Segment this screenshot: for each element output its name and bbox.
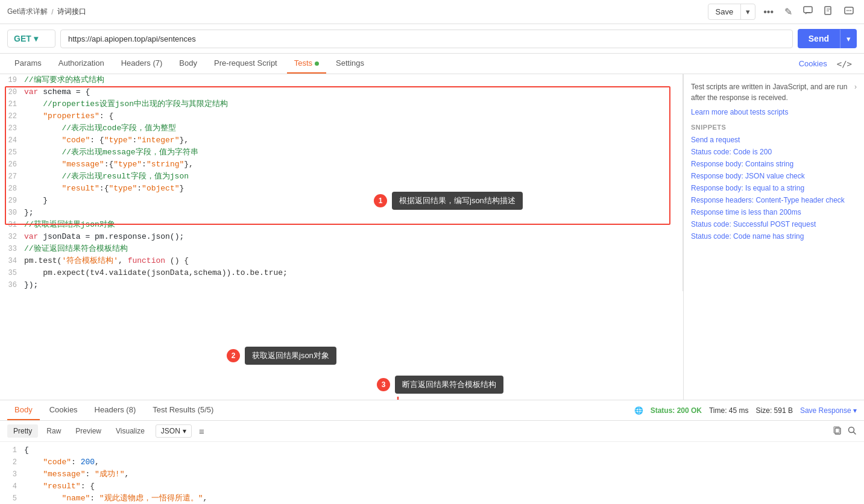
line-num-24: 24 [0, 134, 22, 146]
snippet-response-contains[interactable]: Response body: Contains string [691, 160, 857, 168]
globe-icon: 🌐 [634, 406, 643, 415]
line-num-28: 28 [0, 183, 22, 195]
annotation-2: 2 获取返回结果json对象 [227, 347, 336, 365]
fmt-pretty[interactable]: Pretty [7, 424, 38, 438]
learn-more-link[interactable]: Learn more about tests scripts [691, 108, 850, 116]
method-arrow: ▾ [34, 34, 38, 43]
json-content-2: "code": 200, [22, 456, 864, 468]
line-num-32: 32 [0, 231, 22, 243]
url-input[interactable] [60, 30, 793, 48]
send-button-group[interactable]: Send ▾ [798, 29, 857, 48]
code-line-24: 24 "code": {"type":"integer"}, [0, 134, 683, 146]
code-line-21: 21 //properties设置json中出现的字段与其限定结构 [0, 98, 683, 110]
more-icon: ••• [763, 7, 774, 17]
snippet-status-200[interactable]: Status code: Code is 200 [691, 148, 857, 156]
code-line-29: 29 } [0, 195, 683, 207]
comment-button[interactable] [800, 3, 816, 21]
json-line-4: 4 "result": { [0, 480, 864, 493]
json-num-3: 3 [0, 468, 22, 480]
tab-pre-request[interactable]: Pre-request Script [207, 54, 285, 74]
method-selector[interactable]: GET ▾ [7, 30, 55, 48]
code-editor[interactable]: 19 //编写要求的格式结构 20 var schema = { 21 //pr… [0, 74, 683, 291]
code-button[interactable]: </> [832, 54, 857, 74]
resp-tab-body[interactable]: Body [7, 400, 40, 420]
json-num-1: 1 [0, 444, 22, 456]
annotation-badge-3: 3 [377, 378, 390, 391]
snippet-code-name[interactable]: Status code: Code name has string [691, 232, 857, 241]
line-num-26: 26 [0, 159, 22, 171]
fmt-raw[interactable]: Raw [40, 424, 67, 438]
format-tabs: Pretty Raw Preview Visualize JSON ▾ ≡ [0, 421, 864, 442]
line-num-25: 25 [0, 146, 22, 159]
line-content-33: //验证返回结果符合模板结构 [22, 243, 683, 255]
annotation-badge-1: 1 [374, 194, 387, 207]
json-content-5: "name": "观此遗物虑，一悟得所遣。", [22, 493, 864, 504]
svg-rect-0 [804, 7, 812, 13]
snippet-equal-string[interactable]: Response body: Is equal to a string [691, 184, 857, 192]
more-options-button[interactable]: ••• [760, 4, 777, 20]
cookies-link[interactable]: Cookies [796, 54, 830, 73]
json-content-3: "message": "成功!", [22, 468, 864, 480]
annotation-3: 3 断言返回结果符合模板结构 [377, 376, 503, 394]
line-content-27: //表示出现result字段，值为json [22, 171, 683, 183]
copy-icon[interactable] [833, 426, 842, 437]
breadcrumb-separator: / [51, 8, 53, 16]
format-icon[interactable]: ≡ [199, 426, 204, 436]
breadcrumb-link[interactable]: Get请求详解 [7, 7, 48, 17]
resp-tab-test-results[interactable]: Test Results (5/5) [145, 400, 221, 420]
edit-button[interactable]: ✎ [781, 3, 795, 20]
status-text: Status: 200 OK [651, 406, 702, 415]
top-bar: Get请求详解 / 诗词接口 Save ▾ ••• ✎ [0, 0, 864, 24]
line-content-28: "result":{"type":"object"} [22, 183, 683, 195]
save-dropdown-button[interactable]: ▾ [740, 4, 755, 19]
chat-icon [844, 7, 854, 17]
save-button-group[interactable]: Save ▾ [708, 4, 756, 20]
json-num-5: 5 [0, 493, 22, 504]
url-bar: GET ▾ Send ▾ [0, 24, 864, 54]
svg-point-4 [848, 10, 850, 11]
json-num-2: 2 [0, 456, 22, 468]
snippet-content-type[interactable]: Response headers: Content-Type header ch… [691, 196, 857, 204]
search-icon[interactable] [847, 426, 857, 437]
send-dropdown-button[interactable]: ▾ [840, 30, 857, 48]
tab-headers[interactable]: Headers (7) [114, 54, 170, 74]
code-line-27: 27 //表示出现result字段，值为json [0, 171, 683, 183]
tab-params[interactable]: Params [7, 54, 49, 74]
doc-button[interactable] [821, 3, 836, 21]
json-response: 1 { 2 "code": 200, 3 "message": "成功!", 4… [0, 442, 864, 504]
code-line-28: 28 "result":{"type":"object"} [0, 183, 683, 195]
send-button[interactable]: Send [798, 29, 840, 48]
doc-icon [824, 7, 833, 17]
time-text: Time: 45 ms [709, 406, 749, 415]
snippet-send-request[interactable]: Send a request [691, 136, 857, 144]
response-area: Body Cookies Headers (8) Test Results (5… [0, 400, 864, 504]
fmt-preview[interactable]: Preview [69, 424, 107, 438]
fmt-visualize[interactable]: Visualize [110, 424, 151, 438]
chat-right-button[interactable] [841, 3, 857, 21]
line-num-19: 19 [0, 74, 22, 86]
snippet-post-request[interactable]: Status code: Successful POST request [691, 220, 857, 228]
tab-body[interactable]: Body [172, 54, 204, 74]
line-content-34: pm.test('符合模板结构', function () { [22, 255, 683, 267]
line-content-21: //properties设置json中出现的字段与其限定结构 [22, 98, 683, 110]
tab-authorization[interactable]: Authorization [51, 54, 112, 74]
comment-icon [803, 7, 813, 17]
line-content-24: "code": {"type":"integer"}, [22, 134, 683, 146]
save-main-button[interactable]: Save [708, 4, 741, 19]
line-num-27: 27 [0, 171, 22, 183]
save-response-button[interactable]: Save Response ▾ [800, 406, 857, 415]
json-format-select[interactable]: JSON ▾ [156, 424, 192, 438]
resp-tab-cookies[interactable]: Cookies [42, 400, 85, 420]
resp-tab-headers[interactable]: Headers (8) [87, 400, 143, 420]
snippet-json-check[interactable]: Response body: JSON value check [691, 172, 857, 180]
snippet-response-time[interactable]: Response time is less than 200ms [691, 208, 857, 216]
code-line-31: 31 //获取返回结果json对象 [0, 219, 683, 231]
tab-settings[interactable]: Settings [329, 54, 371, 74]
json-arrow: ▾ [183, 427, 186, 435]
line-num-33: 33 [0, 243, 22, 255]
code-line-26: 26 "message":{"type":"string"}, [0, 159, 683, 171]
annotation-tooltip-2: 获取返回结果json对象 [245, 347, 336, 365]
tab-tests[interactable]: Tests [287, 54, 326, 74]
size-text: Size: 591 B [756, 406, 793, 415]
panel-expand-icon[interactable]: › [854, 83, 857, 91]
